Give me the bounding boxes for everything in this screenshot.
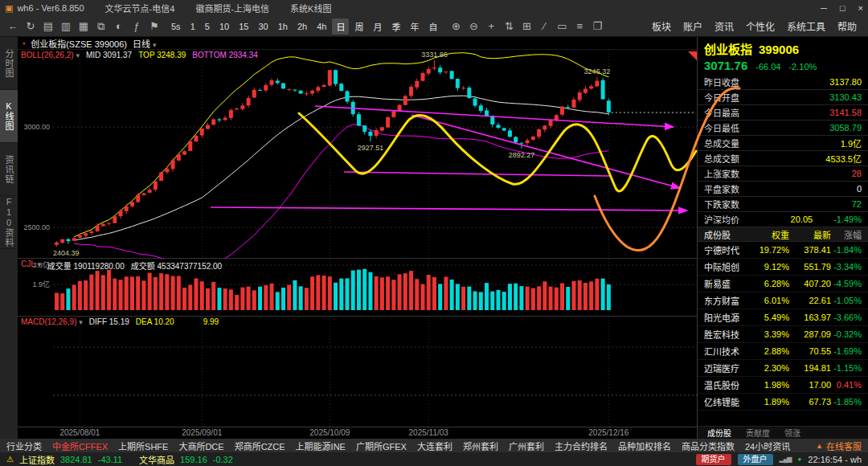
formula-icon[interactable]: ƒ — [129, 18, 145, 35]
quote-row-总成交量[interactable]: 总成交量1.9亿 — [698, 136, 868, 151]
exchange-tab-商品分类指数[interactable]: 商品分类指数 — [682, 439, 735, 452]
exchange-tab-上期所SHFE[interactable]: 上期所SHFE — [118, 439, 168, 452]
exchange-tab-大连套利[interactable]: 大连套利 — [417, 439, 452, 452]
quote-title[interactable]: 创业板指399006 — [698, 37, 868, 57]
menu-帮助[interactable]: 帮助 — [837, 19, 857, 33]
exchange-tab-主力合约排名[interactable]: 主力合约排名 — [555, 439, 608, 452]
timeshare-icon[interactable]: ▤ — [40, 18, 56, 35]
panel-tab-成份股[interactable]: 成份股 — [707, 427, 731, 439]
quote-row-平盘家数[interactable]: 平盘家数0 — [698, 182, 868, 197]
exchange-tab-24小时资讯[interactable]: 24小时资讯 — [745, 439, 790, 452]
quote-row-沪深均价[interactable]: 沪深均价20.05-1.49% — [698, 212, 868, 227]
menu-账户[interactable]: 账户 — [683, 19, 702, 33]
add-box-icon[interactable]: ⊞ — [518, 18, 534, 35]
volume-indicator-label[interactable]: CJL ▾ — [21, 260, 41, 272]
draw-line-icon[interactable]: ∕ — [536, 18, 552, 35]
quote-row-总成交额[interactable]: 总成交额4533.5亿 — [698, 151, 868, 166]
night-mode-icon[interactable]: ◐ — [111, 18, 127, 35]
constituent-row[interactable]: 宁德时代19.72%378.41-1.84% — [698, 242, 868, 259]
period-5[interactable]: 5 — [201, 20, 214, 33]
list-icon[interactable]: ≡ — [571, 18, 588, 35]
main-price-pane[interactable]: BOLL(26,26,2) ▾ MID 3091.37 TOP 3248.39 … — [18, 50, 697, 259]
exchange-tab-郑商所CZCE[interactable]: 郑商所CZCE — [235, 439, 285, 452]
menu-系统工具[interactable]: 系统工具 — [787, 19, 825, 33]
period-15[interactable]: 15 — [235, 20, 252, 33]
zoom-out-icon[interactable]: ⊖ — [465, 18, 481, 35]
constituent-row[interactable]: 温氏股份1.98%17.000.41% — [698, 377, 868, 394]
period-年[interactable]: 年 — [406, 18, 423, 35]
period-10[interactable]: 10 — [215, 20, 233, 33]
quote-row-下跌家数[interactable]: 下跌家数72 — [698, 197, 868, 212]
period-5s[interactable]: 5s — [167, 20, 185, 33]
sidebar-tab-资讯链[interactable]: 资讯链 — [0, 143, 18, 196]
constituent-row[interactable]: 新易盛6.28%407.20-4.59% — [698, 276, 868, 292]
constituent-row[interactable]: 阳光电源5.49%163.97-3.66% — [698, 309, 868, 326]
period-月[interactable]: 月 — [369, 18, 386, 35]
exchange-tab-郑州套利[interactable]: 郑州套利 — [463, 439, 498, 452]
macd-chart[interactable] — [18, 317, 698, 427]
exchange-tab-广州套利[interactable]: 广州套利 — [509, 439, 544, 452]
quote-row-今日最低[interactable]: 今日最低3058.79 — [698, 121, 868, 136]
stock-change: -4.59% — [831, 279, 862, 288]
futures-account-button[interactable]: 期货户 — [696, 454, 731, 465]
period-1[interactable]: 1 — [186, 20, 199, 33]
period-30[interactable]: 30 — [254, 20, 272, 33]
online-service-button[interactable]: ▲ 在线客服 — [816, 439, 862, 452]
constituent-row[interactable]: 汇川技术2.88%70.55-1.69% — [698, 343, 868, 360]
multi-chart-icon[interactable]: ▦ — [76, 18, 92, 35]
volume-pane[interactable]: CJL ▾ 成交量 190119280.00 成交额 453347377152.… — [18, 259, 697, 317]
constituent-row[interactable]: 中际旭创9.12%551.79-3.34% — [698, 259, 868, 276]
exchange-tab-行业分类[interactable]: 行业分类 — [6, 439, 42, 452]
instrument-title[interactable]: 创业板指(SZSE 399006) — [31, 37, 127, 50]
rect-tool-icon[interactable]: ▭ — [554, 18, 570, 35]
period-季[interactable]: 季 — [387, 18, 404, 35]
window-layout-icon[interactable]: ❐ — [589, 18, 605, 35]
overlay-chart-icon[interactable]: ⧉ — [93, 18, 109, 35]
constituent-row[interactable]: 东方财富6.01%22.61-1.05% — [698, 292, 868, 309]
panel-tab-领涨[interactable]: 领涨 — [784, 427, 800, 439]
zoom-in-icon[interactable]: ⊕ — [448, 18, 464, 35]
sidebar-tab-分时图[interactable]: 分时图 — [0, 37, 18, 90]
period-2h[interactable]: 2h — [293, 20, 311, 33]
crosshair-icon[interactable]: + — [483, 18, 499, 35]
back-icon[interactable]: ← — [5, 18, 21, 35]
exchange-tab-上期能源INE[interactable]: 上期能源INE — [296, 439, 346, 452]
sidebar-tab-F10资料[interactable]: F10资料 — [0, 196, 18, 249]
period-自[interactable]: 自 — [424, 18, 441, 35]
quote-label: 下跌家数 — [704, 198, 739, 211]
period-4h[interactable]: 4h — [313, 20, 330, 33]
exchange-tab-大商所DCE[interactable]: 大商所DCE — [178, 439, 223, 452]
period-label[interactable]: 日线 ▾ — [133, 37, 157, 50]
overseas-account-button[interactable]: 外盘户 — [738, 454, 773, 465]
alert-flag-icon[interactable]: ⚑ — [146, 18, 162, 35]
menu-板块[interactable]: 板块 — [652, 19, 671, 33]
period-日[interactable]: 日 — [332, 18, 349, 35]
refresh-icon[interactable]: ↻ — [23, 18, 39, 35]
boll-indicator-label[interactable]: BOLL(26,26,2) ▾ — [21, 51, 80, 59]
maximize-button[interactable]: □ — [840, 3, 845, 13]
period-1h[interactable]: 1h — [274, 20, 292, 33]
quote-row-今日最高[interactable]: 今日最高3141.58 — [698, 105, 868, 121]
period-周[interactable]: 周 — [350, 18, 367, 35]
menu-资讯[interactable]: 资讯 — [714, 19, 734, 33]
close-button[interactable]: × — [858, 3, 863, 13]
sidebar-tab-K线图[interactable]: K线图 — [0, 90, 18, 143]
exchange-tab-广期所GFEX[interactable]: 广期所GFEX — [356, 439, 407, 452]
quote-row-上涨家数[interactable]: 上涨家数28 — [698, 166, 868, 182]
quote-row-今日开盘[interactable]: 今日开盘3130.43 — [698, 90, 868, 105]
constituent-row[interactable]: 胜宏科技3.39%287.09-0.32% — [698, 326, 868, 343]
kline-icon[interactable]: ▥ — [58, 18, 74, 35]
constituent-row[interactable]: 亿纬锂能1.89%67.73-1.85% — [698, 394, 868, 411]
stock-name: 东方财富 — [704, 294, 754, 307]
macd-pane[interactable]: MACD(12,26,9) ▾ DIFF 15.19 DEA 10.20 9.9… — [18, 317, 697, 427]
kline-chart[interactable]: 3000.002500.003331.863246.322927.512892.… — [18, 50, 698, 259]
exchange-tab-中金所CFFEX[interactable]: 中金所CFFEX — [52, 439, 108, 452]
quote-row-昨日收盘[interactable]: 昨日收盘3137.80 — [698, 75, 868, 90]
exchange-tab-品种加权排名[interactable]: 品种加权排名 — [618, 439, 671, 452]
constituent-row[interactable]: 迈瑞医疗2.30%194.81-1.15% — [698, 360, 868, 377]
panel-tab-贡献度[interactable]: 贡献度 — [746, 427, 770, 439]
minimize-button[interactable]: ─ — [821, 3, 827, 13]
macd-indicator-label[interactable]: MACD(12,26,9) ▾ — [21, 317, 83, 326]
compare-icon[interactable]: ⇅ — [501, 18, 517, 35]
menu-个性化[interactable]: 个性化 — [746, 19, 775, 33]
